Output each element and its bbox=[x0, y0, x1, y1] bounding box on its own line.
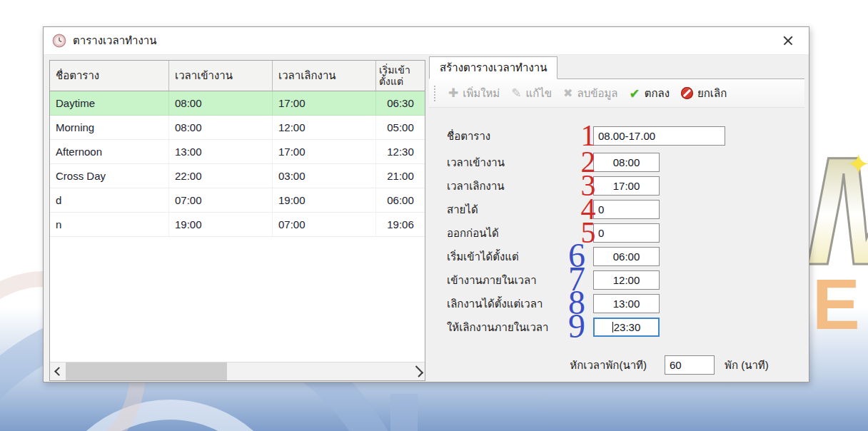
schedule-form: ชื่อตาราง 1 08.00-17.00 เวลาเข้างาน 2 08… bbox=[429, 108, 804, 382]
field-label: สายได้ bbox=[447, 201, 593, 218]
add-icon: ✚ bbox=[448, 86, 458, 101]
cell-checkin-from: 06:30 bbox=[376, 91, 425, 115]
edit-icon: ✎ bbox=[511, 86, 521, 101]
field-label: ชื่อตาราง bbox=[447, 128, 593, 145]
table-body: Daytime 08:00 17:00 06:30 Morning 08:00 … bbox=[50, 91, 425, 362]
column-header-checkin-from: เริ่มเข้า ตั้งแต่ bbox=[376, 61, 425, 91]
table-row[interactable]: n 19:00 07:00 19:06 bbox=[50, 213, 425, 237]
field-label: เวลาเข้างาน bbox=[447, 154, 593, 171]
column-header-end: เวลาเลิกงาน bbox=[273, 61, 376, 91]
cell-end: 17:00 bbox=[273, 91, 376, 115]
field-value: 08:00 bbox=[613, 156, 640, 168]
scrollbar-thumb[interactable] bbox=[66, 362, 227, 380]
delete-label: ลบข้อมูล bbox=[577, 85, 617, 102]
cell-name: Morning bbox=[50, 116, 169, 139]
edit-panel: สร้างตารางเวลาทำงาน ✚ เพิ่มใหม่ ✎ แก้ไข … bbox=[429, 55, 804, 382]
field-input[interactable]: 06:00 bbox=[593, 247, 660, 266]
field-value: 13:00 bbox=[613, 298, 640, 310]
break-row: หักเวลาพัก(นาที) 60 พัก (นาที) bbox=[447, 355, 804, 375]
field-input[interactable]: 12:00 bbox=[593, 270, 660, 290]
horizontal-scrollbar[interactable] bbox=[50, 362, 425, 380]
schedule-window: ตารางเวลาทำงาน ชื่อตาราง เวลาเข้างาน เวล… bbox=[43, 26, 809, 382]
titlebar: ตารางเวลาทำงาน bbox=[44, 27, 809, 55]
delete-icon: ✖ bbox=[563, 86, 572, 100]
annotation-number: 9 bbox=[561, 309, 592, 343]
form-row: สายได้ 4 0 bbox=[447, 200, 804, 219]
cell-checkin-from: 19:06 bbox=[376, 213, 425, 236]
cell-name: Afternoon bbox=[50, 140, 169, 163]
schedule-grid: ชื่อตาราง เวลาเข้างาน เวลาเลิกงาน เริ่มเ… bbox=[49, 60, 425, 381]
field-input[interactable]: 23:30 bbox=[593, 318, 660, 337]
cell-start: 08:00 bbox=[169, 116, 273, 139]
break-label: หักเวลาพัก(นาที) bbox=[447, 357, 647, 374]
cell-start: 13:00 bbox=[169, 140, 273, 163]
form-row: เวลาเข้างาน 2 08:00 bbox=[447, 153, 804, 172]
field-label: เวลาเลิกงาน bbox=[447, 178, 593, 195]
window-title: ตารางเวลาทำงาน bbox=[73, 32, 156, 49]
table-row[interactable]: Cross Day 22:00 03:00 21:00 bbox=[50, 164, 425, 188]
scroll-right-button[interactable] bbox=[409, 362, 425, 380]
tab-create-schedule[interactable]: สร้างตารางเวลาทำงาน bbox=[429, 56, 557, 79]
ok-button[interactable]: ✔ ตกลง bbox=[624, 83, 675, 104]
grid-header: ชื่อตาราง เวลาเข้างาน เวลาเลิกงาน เริ่มเ… bbox=[50, 61, 425, 91]
cell-end: 17:00 bbox=[273, 140, 376, 163]
field-input[interactable]: 08.00-17.00 bbox=[593, 126, 725, 146]
cell-start: 08:00 bbox=[169, 91, 273, 115]
cell-checkin-from: 12:30 bbox=[376, 140, 425, 163]
close-button[interactable] bbox=[773, 30, 803, 51]
watermark-notch bbox=[390, 394, 418, 431]
cell-name: n bbox=[50, 213, 169, 236]
ok-check-icon: ✔ bbox=[630, 86, 640, 101]
column-header-name: ชื่อตาราง bbox=[50, 61, 169, 91]
cell-name: Daytime bbox=[50, 91, 169, 115]
form-row: เวลาเลิกงาน 3 17:00 bbox=[447, 176, 804, 196]
text-caret bbox=[612, 322, 613, 333]
cell-checkin-from: 06:00 bbox=[376, 188, 425, 212]
form-row: ออกก่อนได้ 5 0 bbox=[447, 223, 804, 243]
scrollbar-track[interactable] bbox=[227, 362, 409, 380]
break-minutes-input[interactable]: 60 bbox=[665, 355, 715, 375]
cell-end: 12:00 bbox=[273, 116, 376, 139]
delete-button[interactable]: ✖ ลบข้อมูล bbox=[557, 83, 623, 104]
watermark-letter-e: E bbox=[812, 268, 860, 340]
add-new-label: เพิ่มใหม่ bbox=[463, 85, 500, 102]
sparkle-icon bbox=[847, 150, 868, 178]
cell-end: 19:00 bbox=[273, 188, 376, 212]
table-row[interactable]: Afternoon 13:00 17:00 12:30 bbox=[50, 140, 425, 164]
field-value: 12:00 bbox=[613, 274, 640, 286]
field-value: 23:30 bbox=[614, 321, 641, 333]
cancel-button[interactable]: ยกเลิก bbox=[675, 83, 732, 104]
edit-button[interactable]: ✎ แก้ไข bbox=[505, 83, 557, 104]
cell-start: 19:00 bbox=[169, 213, 273, 236]
clock-icon bbox=[52, 34, 66, 48]
column-header-start: เวลาเข้างาน bbox=[169, 61, 273, 91]
form-row: เริ่มเข้าได้ตั้งแต่ 6 06:00 bbox=[447, 247, 804, 266]
form-row: เลิกงานได้ตั้งแต่เวลา 8 13:00 bbox=[447, 294, 804, 313]
toolbar-grip bbox=[434, 86, 438, 101]
scroll-left-button[interactable] bbox=[50, 362, 66, 380]
toolbar: ✚ เพิ่มใหม่ ✎ แก้ไข ✖ ลบข้อมูล ✔ ตกลง bbox=[429, 79, 804, 108]
form-fields: ชื่อตาราง 1 08.00-17.00 เวลาเข้างาน 2 08… bbox=[447, 126, 804, 337]
field-input[interactable]: 13:00 bbox=[593, 294, 660, 313]
cell-name: Cross Day bbox=[50, 164, 169, 188]
form-row: เข้างานภายในเวลา 7 12:00 bbox=[447, 270, 804, 290]
form-row: ชื่อตาราง 1 08.00-17.00 bbox=[447, 126, 804, 146]
ok-label: ตกลง bbox=[645, 85, 670, 102]
table-row[interactable]: Morning 08:00 12:00 05:00 bbox=[50, 116, 425, 140]
add-new-button[interactable]: ✚ เพิ่มใหม่ bbox=[443, 83, 505, 104]
cell-end: 03:00 bbox=[273, 164, 376, 188]
field-value: 06:00 bbox=[613, 250, 640, 263]
table-row[interactable]: d 07:00 19:00 06:00 bbox=[50, 188, 425, 213]
cancel-label: ยกเลิก bbox=[697, 85, 727, 102]
close-icon bbox=[783, 36, 793, 46]
cancel-icon bbox=[681, 87, 693, 99]
table-row[interactable]: Daytime 08:00 17:00 06:30 bbox=[50, 91, 425, 116]
form-row: ให้เลิกงานภายในเวลา 9 23:30 bbox=[447, 318, 804, 337]
tab-strip: สร้างตารางเวลาทำงาน bbox=[429, 55, 804, 79]
cell-checkin-from: 05:00 bbox=[376, 116, 425, 139]
cell-end: 07:00 bbox=[273, 213, 376, 236]
cell-name: d bbox=[50, 188, 169, 212]
scroll-left-icon bbox=[54, 367, 64, 376]
break-suffix-label: พัก (นาที) bbox=[725, 357, 769, 374]
cell-start: 22:00 bbox=[169, 164, 273, 188]
